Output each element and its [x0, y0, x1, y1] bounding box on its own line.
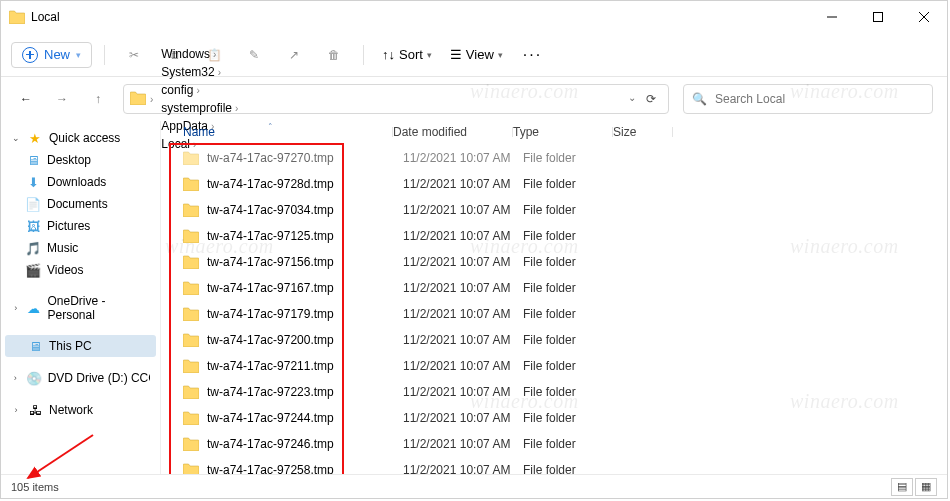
sort-asc-icon: ˄: [268, 122, 273, 132]
documents-icon: 📄: [25, 196, 41, 212]
file-name: tw-a74-17ac-97156.tmp: [207, 255, 403, 269]
file-row[interactable]: tw-a74-17ac-97270.tmp11/2/2021 10:07 AMF…: [169, 145, 947, 171]
up-button[interactable]: ↑: [87, 88, 109, 110]
sidebar-quick-access[interactable]: ⌄★Quick access: [5, 127, 156, 149]
more-button[interactable]: ···: [515, 46, 550, 64]
folder-icon: [183, 151, 201, 165]
details-view-button[interactable]: ▤: [891, 478, 913, 496]
search-placeholder: Search Local: [715, 92, 785, 106]
cut-icon[interactable]: ✂: [117, 40, 151, 70]
sidebar-onedrive[interactable]: ›☁OneDrive - Personal: [5, 291, 156, 325]
folder-icon: [183, 385, 201, 399]
file-type: File folder: [523, 411, 623, 425]
back-button[interactable]: ←: [15, 88, 37, 110]
refresh-icon[interactable]: ⟳: [646, 92, 656, 106]
file-name: tw-a74-17ac-97258.tmp: [207, 463, 403, 474]
history-chevron-icon[interactable]: ⌄: [628, 92, 636, 106]
thumbnails-view-button[interactable]: ▦: [915, 478, 937, 496]
breadcrumb-item[interactable]: config ›: [157, 81, 242, 99]
file-row[interactable]: tw-a74-17ac-97179.tmp11/2/2021 10:07 AMF…: [169, 301, 947, 327]
chevron-right-icon: ›: [235, 103, 238, 114]
sidebar-item-pictures[interactable]: 🖼Pictures: [5, 215, 156, 237]
column-name[interactable]: Name ˄: [183, 125, 393, 139]
sidebar-item-documents[interactable]: 📄Documents: [5, 193, 156, 215]
minimize-button[interactable]: [809, 1, 855, 33]
file-row[interactable]: tw-a74-17ac-97244.tmp11/2/2021 10:07 AMF…: [169, 405, 947, 431]
file-row[interactable]: tw-a74-17ac-97211.tmp11/2/2021 10:07 AMF…: [169, 353, 947, 379]
close-button[interactable]: [901, 1, 947, 33]
sidebar-item-label: Quick access: [49, 131, 120, 145]
folder-icon: [183, 333, 201, 347]
file-row[interactable]: tw-a74-17ac-97223.tmp11/2/2021 10:07 AMF…: [169, 379, 947, 405]
column-type[interactable]: Type: [513, 125, 613, 139]
sidebar-item-desktop[interactable]: 🖥Desktop: [5, 149, 156, 171]
file-type: File folder: [523, 281, 623, 295]
chevron-right-icon: ›: [218, 67, 221, 78]
file-list: tw-a74-17ac-97270.tmp11/2/2021 10:07 AMF…: [161, 143, 947, 474]
sort-button[interactable]: ↑↓ Sort ▾: [376, 43, 438, 66]
sidebar-dvd[interactable]: ›💿DVD Drive (D:) CCCO: [5, 367, 156, 389]
file-type: File folder: [523, 229, 623, 243]
column-date[interactable]: Date modified: [393, 125, 513, 139]
sidebar-item-label: DVD Drive (D:) CCCO: [48, 371, 150, 385]
plus-icon: [22, 47, 38, 63]
file-type: File folder: [523, 255, 623, 269]
file-name: tw-a74-17ac-97211.tmp: [207, 359, 403, 373]
star-icon: ★: [27, 130, 43, 146]
file-row[interactable]: tw-a74-17ac-97034.tmp11/2/2021 10:07 AMF…: [169, 197, 947, 223]
command-bar: New ▾ ✂ ⧉ 📋 ✎ ↗ 🗑 ↑↓ Sort ▾ ☰ View ▾ ···: [1, 33, 947, 77]
column-headers: Name ˄ Date modified Type Size: [161, 121, 947, 143]
file-date: 11/2/2021 10:07 AM: [403, 359, 523, 373]
folder-icon: [183, 229, 201, 243]
address-bar[interactable]: › Windows ›System32 ›config ›systemprofi…: [123, 84, 669, 114]
copy-icon[interactable]: ⧉: [157, 40, 191, 70]
new-button[interactable]: New ▾: [11, 42, 92, 68]
downloads-icon: ⬇: [25, 174, 41, 190]
music-icon: 🎵: [25, 240, 41, 256]
sidebar-item-music[interactable]: 🎵Music: [5, 237, 156, 259]
file-name: tw-a74-17ac-97223.tmp: [207, 385, 403, 399]
file-date: 11/2/2021 10:07 AM: [403, 385, 523, 399]
file-name: tw-a74-17ac-97034.tmp: [207, 203, 403, 217]
status-bar: 105 items ▤ ▦: [1, 474, 947, 498]
search-input[interactable]: 🔍 Search Local: [683, 84, 933, 114]
file-row[interactable]: tw-a74-17ac-97167.tmp11/2/2021 10:07 AMF…: [169, 275, 947, 301]
delete-icon[interactable]: 🗑: [317, 40, 351, 70]
file-row[interactable]: tw-a74-17ac-97200.tmp11/2/2021 10:07 AMF…: [169, 327, 947, 353]
maximize-button[interactable]: [855, 1, 901, 33]
view-button[interactable]: ☰ View ▾: [444, 43, 509, 66]
nav-pane: ⌄★Quick access 🖥Desktop⬇Downloads📄Docume…: [1, 121, 161, 474]
file-name: tw-a74-17ac-97125.tmp: [207, 229, 403, 243]
folder-icon: [183, 359, 201, 373]
folder-icon: [183, 281, 201, 295]
rename-icon[interactable]: ✎: [237, 40, 271, 70]
file-type: File folder: [523, 463, 623, 474]
file-type: File folder: [523, 151, 623, 165]
chevron-right-icon: ›: [150, 94, 153, 105]
file-row[interactable]: tw-a74-17ac-97125.tmp11/2/2021 10:07 AMF…: [169, 223, 947, 249]
chevron-right-icon: ›: [213, 49, 216, 60]
sidebar-this-pc[interactable]: 🖥This PC: [5, 335, 156, 357]
sidebar-item-downloads[interactable]: ⬇Downloads: [5, 171, 156, 193]
file-row[interactable]: tw-a74-17ac-97246.tmp11/2/2021 10:07 AMF…: [169, 431, 947, 457]
sidebar-network[interactable]: ›🖧Network: [5, 399, 156, 421]
folder-icon: [183, 411, 201, 425]
breadcrumb-item[interactable]: systemprofile ›: [157, 99, 242, 117]
search-icon: 🔍: [692, 92, 707, 106]
file-date: 11/2/2021 10:07 AM: [403, 333, 523, 347]
column-size[interactable]: Size: [613, 125, 673, 139]
file-type: File folder: [523, 359, 623, 373]
share-icon[interactable]: ↗: [277, 40, 311, 70]
chevron-right-icon: ›: [196, 85, 199, 96]
file-name: tw-a74-17ac-9728d.tmp: [207, 177, 403, 191]
view-label: View: [466, 47, 494, 62]
file-date: 11/2/2021 10:07 AM: [403, 255, 523, 269]
file-row[interactable]: tw-a74-17ac-97156.tmp11/2/2021 10:07 AMF…: [169, 249, 947, 275]
forward-button[interactable]: →: [51, 88, 73, 110]
file-name: tw-a74-17ac-97270.tmp: [207, 151, 403, 165]
file-row[interactable]: tw-a74-17ac-9728d.tmp11/2/2021 10:07 AMF…: [169, 171, 947, 197]
file-date: 11/2/2021 10:07 AM: [403, 151, 523, 165]
window-title: Local: [31, 10, 60, 24]
sidebar-item-videos[interactable]: 🎬Videos: [5, 259, 156, 281]
file-row[interactable]: tw-a74-17ac-97258.tmp11/2/2021 10:07 AMF…: [169, 457, 947, 474]
